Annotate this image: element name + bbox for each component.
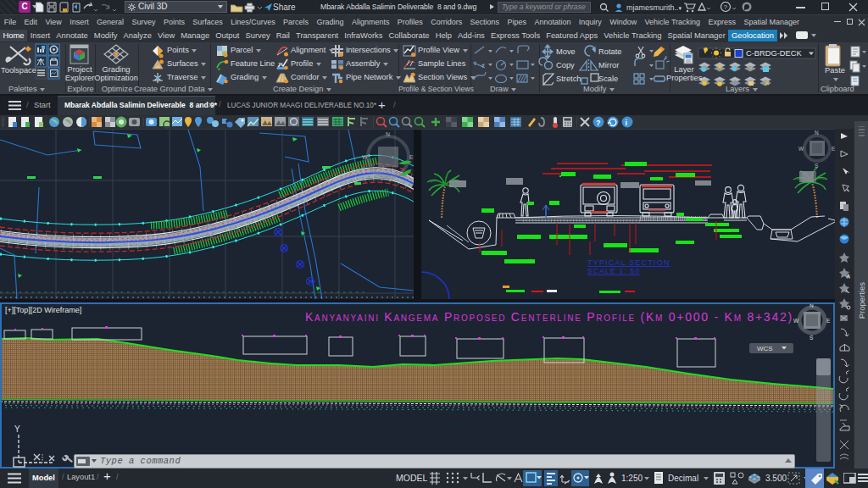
svg-text:1:250: 1:250 [621,474,643,483]
svg-text:Decimal: Decimal [668,474,698,483]
svg-text:S: S [815,163,819,169]
svg-text:A: A [847,274,850,279]
svg-text:?: ? [596,119,601,127]
svg-text:W: W [793,318,799,324]
svg-text:WCS: WCS [757,345,773,352]
svg-text:E: E [826,318,831,324]
svg-text:[+][Top][2D Wireframe]: [+][Top][2D Wireframe] [5,306,81,314]
svg-text:Y: Y [14,424,20,434]
svg-text:i: i [626,119,628,127]
svg-text:N: N [815,130,819,136]
svg-text:TYPICAL SECTION: TYPICAL SECTION [587,258,670,267]
svg-text:N: N [386,131,390,137]
svg-text:?: ? [724,3,728,11]
svg-text:S: S [810,335,814,341]
svg-text:W: W [362,154,368,160]
svg-text:W: W [798,146,804,152]
svg-text:E: E [409,154,414,160]
svg-text:Kanyanyaini Kangema Proposed C: Kanyanyaini Kangema Proposed Centerline … [305,310,793,324]
svg-text:SCALE 1: 50: SCALE 1: 50 [587,267,640,275]
svg-text:3.500: 3.500 [765,474,787,483]
